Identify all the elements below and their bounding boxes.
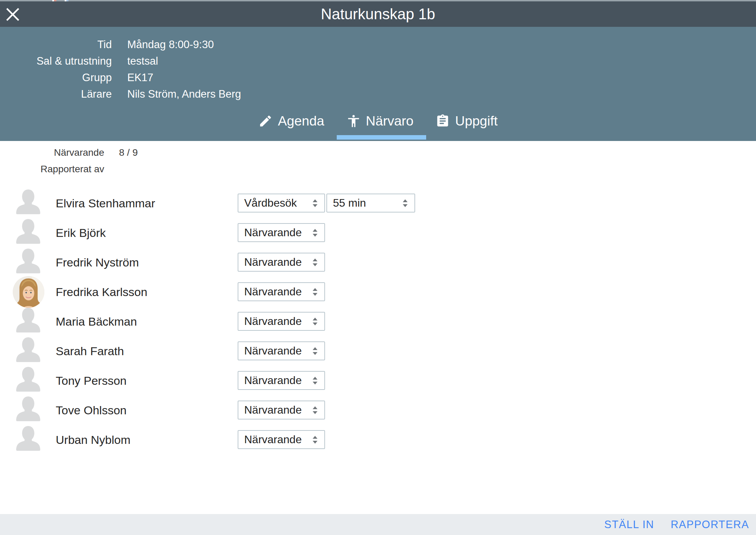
status-select[interactable]: Närvarande (238, 341, 325, 360)
student-name: Urban Nyblom (56, 425, 130, 455)
status-select[interactable]: Vårdbesök (238, 194, 325, 212)
detail-value: EK17 (127, 69, 241, 86)
status-select[interactable]: Närvarande (238, 430, 325, 449)
page-title: Naturkunskap 1b (0, 1, 756, 27)
avatar (14, 337, 42, 367)
student-row: Tove Ohlsson Närvarande (0, 395, 756, 425)
status-select[interactable]: Närvarande (238, 401, 325, 419)
updown-arrows-icon (310, 257, 321, 268)
student-row: Urban Nyblom Närvarande (0, 425, 756, 455)
student-row: Sarah Farath Närvarande (0, 336, 756, 366)
detail-value: testsal (127, 53, 241, 69)
detail-label: Grupp (0, 69, 112, 86)
updown-arrows-icon (310, 227, 321, 238)
student-row: Maria Bäckman Närvarande (0, 307, 756, 336)
student-row: Elvira Stenhammar Vårdbesök 55 min (0, 188, 756, 218)
updown-arrows-icon (310, 375, 321, 386)
duration-select[interactable]: 55 min (326, 194, 415, 212)
avatar (14, 366, 42, 396)
student-name: Tony Persson (56, 366, 127, 395)
reported-by-label: Rapporterat av (0, 161, 104, 177)
avatar (14, 307, 42, 337)
status-select[interactable]: Närvarande (238, 223, 325, 242)
status-select[interactable]: Närvarande (238, 253, 325, 272)
student-name: Erik Björk (56, 218, 106, 248)
tab-uppgift[interactable]: Uppgift (435, 112, 498, 130)
detail-label: Sal & utrustning (0, 53, 112, 69)
status-select[interactable]: Närvarande (238, 371, 325, 390)
avatar (14, 218, 42, 249)
updown-arrows-icon (310, 346, 321, 357)
tab-narvaro[interactable]: Närvaro (346, 112, 414, 130)
student-list: Elvira Stenhammar Vårdbesök 55 min Erik … (0, 188, 756, 455)
detail-label: Lärare (0, 86, 112, 102)
stall-in-button[interactable]: STÄLL IN (604, 518, 654, 531)
student-row: Fredrik Nyström Närvarande (0, 248, 756, 277)
reported-by-value (119, 161, 138, 177)
student-name: Sarah Farath (56, 336, 124, 366)
student-name: Tove Ohlsson (56, 395, 127, 425)
status-select[interactable]: Närvarande (238, 282, 325, 301)
detail-label: Tid (0, 36, 112, 53)
detail-value: Nils Ström, Anders Berg (127, 86, 241, 102)
rapportera-button[interactable]: RAPPORTERA (671, 518, 749, 531)
accessibility-icon (346, 114, 361, 128)
student-name: Fredrika Karlsson (56, 277, 147, 307)
student-name: Fredrik Nyström (56, 248, 139, 277)
avatar-photo (12, 276, 45, 308)
updown-arrows-icon (310, 405, 321, 416)
lesson-attendance-modal: Naturkunskap 1b Tid Måndag 8:00-9:30 Sal… (0, 0, 756, 535)
avatar (14, 425, 42, 456)
updown-arrows-icon (310, 198, 321, 209)
avatar (14, 396, 42, 426)
clipboard-icon (435, 114, 450, 128)
status-select[interactable]: Närvarande (238, 312, 325, 331)
present-count: 8 / 9 (119, 144, 138, 161)
updown-arrows-icon (310, 434, 321, 445)
avatar (14, 248, 42, 278)
student-row: Tony Persson Närvarande (0, 366, 756, 395)
student-row: Erik Björk Närvarande (0, 218, 756, 248)
lesson-header: Tid Måndag 8:00-9:30 Sal & utrustning te… (0, 27, 756, 141)
present-label: Närvarande (0, 144, 104, 161)
updown-arrows-icon (310, 286, 321, 297)
pencil-icon (258, 114, 273, 128)
active-tab-indicator (337, 135, 426, 140)
footer-bar: STÄLL IN RAPPORTERA (0, 514, 756, 535)
student-name: Elvira Stenhammar (56, 188, 155, 218)
student-name: Maria Bäckman (56, 307, 137, 336)
avatar (14, 189, 42, 219)
detail-value: Måndag 8:00-9:30 (127, 36, 241, 53)
tab-label: Uppgift (455, 113, 498, 129)
updown-arrows-icon (400, 198, 411, 209)
attendance-summary: Närvarande 8 / 9 Rapporterat av (0, 144, 138, 177)
titlebar: Naturkunskap 1b (0, 1, 756, 27)
updown-arrows-icon (310, 316, 321, 327)
tab-label: Agenda (278, 113, 324, 129)
tab-agenda[interactable]: Agenda (258, 112, 324, 130)
lesson-details: Tid Måndag 8:00-9:30 Sal & utrustning te… (0, 36, 241, 102)
student-row: Fredrika Karlsson Närvarande (0, 277, 756, 307)
tab-label: Närvaro (366, 113, 414, 129)
tab-bar: Agenda Närvaro Uppgift (0, 112, 756, 130)
